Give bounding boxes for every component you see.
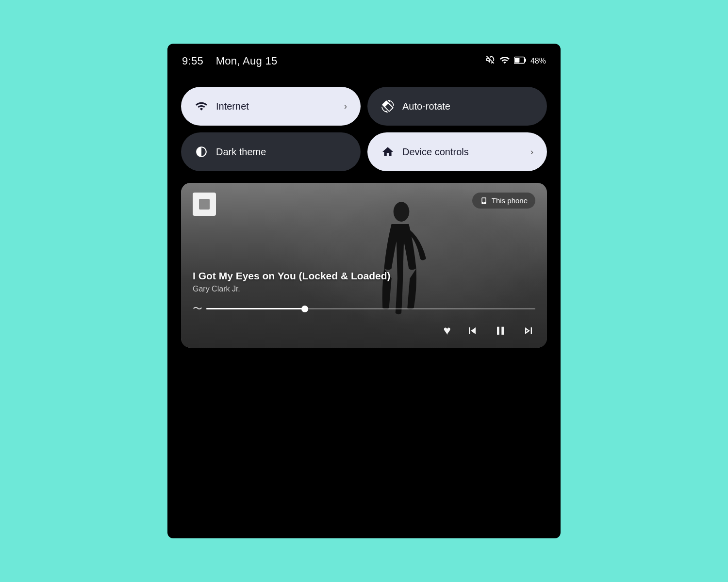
media-stop-button[interactable] bbox=[193, 193, 216, 216]
previous-button[interactable] bbox=[465, 324, 479, 338]
rotate-icon bbox=[381, 99, 395, 113]
phone-panel: 9:55 Mon, Aug 15 bbox=[167, 44, 561, 538]
internet-label: Internet bbox=[216, 101, 336, 112]
media-player: This phone I Got My Eyes on You (Locked … bbox=[181, 183, 547, 348]
dark-theme-icon bbox=[195, 145, 208, 159]
status-icons: 48% bbox=[485, 54, 546, 67]
media-controls: ♥ bbox=[193, 323, 535, 338]
media-top-row: This phone bbox=[193, 193, 535, 216]
like-button[interactable]: ♥ bbox=[444, 323, 451, 338]
auto-rotate-label: Auto-rotate bbox=[402, 101, 533, 112]
this-phone-label: This phone bbox=[492, 196, 528, 205]
device-controls-label: Device controls bbox=[402, 146, 523, 158]
internet-chevron: › bbox=[344, 101, 347, 112]
dark-theme-tile[interactable]: Dark theme bbox=[181, 132, 361, 171]
progress-track[interactable] bbox=[206, 308, 535, 309]
status-time: 9:55 Mon, Aug 15 bbox=[182, 55, 278, 67]
battery-percent: 48% bbox=[530, 57, 546, 65]
progress-fill bbox=[206, 308, 305, 309]
this-phone-badge[interactable]: This phone bbox=[472, 193, 535, 209]
wifi-icon bbox=[195, 99, 208, 113]
media-title: I Got My Eyes on You (Locked & Loaded) bbox=[193, 270, 535, 282]
phone-icon bbox=[480, 197, 488, 205]
date-display: Mon, Aug 15 bbox=[216, 55, 278, 67]
svg-rect-1 bbox=[525, 58, 526, 62]
media-info: I Got My Eyes on You (Locked & Loaded) G… bbox=[193, 270, 535, 293]
mute-icon bbox=[485, 54, 496, 67]
status-bar: 9:55 Mon, Aug 15 bbox=[167, 44, 561, 72]
next-button[interactable] bbox=[522, 324, 535, 338]
device-controls-tile[interactable]: Device controls › bbox=[367, 132, 547, 171]
wifi-status-icon bbox=[499, 55, 510, 67]
media-progress[interactable]: 〜 bbox=[193, 302, 535, 315]
dark-theme-label: Dark theme bbox=[216, 146, 347, 158]
battery-icon bbox=[514, 55, 527, 67]
media-content: This phone I Got My Eyes on You (Locked … bbox=[181, 183, 547, 348]
home-icon bbox=[381, 145, 395, 159]
pause-button[interactable] bbox=[494, 324, 507, 338]
media-artist: Gary Clark Jr. bbox=[193, 285, 535, 293]
svg-rect-2 bbox=[515, 58, 520, 63]
progress-dot bbox=[301, 306, 308, 312]
stop-icon bbox=[199, 199, 210, 210]
auto-rotate-tile[interactable]: Auto-rotate bbox=[367, 87, 547, 126]
internet-tile[interactable]: Internet › bbox=[181, 87, 361, 126]
squiggle-icon: 〜 bbox=[193, 302, 202, 315]
tiles-grid: Internet › Auto-rotate Dark theme bbox=[167, 72, 561, 180]
device-controls-chevron: › bbox=[530, 147, 533, 157]
time-display: 9:55 bbox=[182, 55, 203, 67]
